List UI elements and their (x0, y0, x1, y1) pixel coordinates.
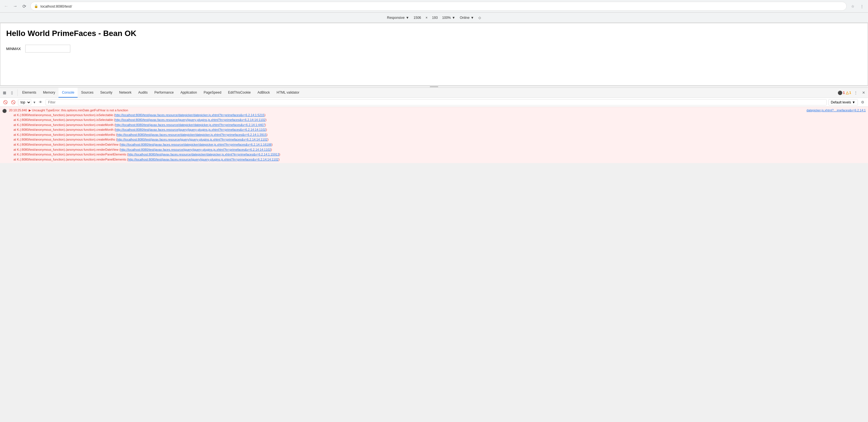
responsive-bar: Responsive ▼ 1506 × 193 100% ▼ Online ▼ … (0, 13, 868, 23)
stack-line-5: at K.(:8080/test/anonymous_function).(an… (9, 132, 866, 138)
page-title: Hello World PrimeFaces - Bean OK (6, 29, 862, 38)
filter-input[interactable] (45, 99, 827, 106)
viewport-width: 1506 (413, 16, 421, 20)
stack-line-7: at K.(:8080/test/anonymous_function).(an… (9, 142, 866, 147)
reload-button[interactable]: ⟳ (20, 2, 28, 10)
console-error-entry: ⚫ datepicker.js.xhtml?…imefaces&v=6.2.14… (0, 107, 868, 163)
devtools-tabs-list: Elements Memory Console Sources Security… (19, 88, 838, 97)
default-levels-button[interactable]: Default levels ▼ (828, 99, 858, 106)
console-settings-button[interactable]: ⚙ (860, 99, 866, 106)
clear-console-button[interactable]: 🚫 (2, 99, 8, 106)
error-main-line-container: datepicker.js.xhtml?…imefaces&v=6.2.14:1… (9, 108, 866, 113)
context-select[interactable]: top (18, 99, 31, 106)
warning-badge: △ 1 (846, 91, 851, 95)
tab-application[interactable]: Application (177, 88, 200, 97)
tab-pagespeed[interactable]: PageSpeed (200, 88, 225, 97)
viewport-height: 193 (432, 16, 438, 20)
stack-line-9: at K.(:8080/test/anonymous_function).(an… (9, 152, 866, 157)
tab-network[interactable]: Network (116, 88, 135, 97)
zoom-level[interactable]: 100% ▼ (442, 16, 455, 20)
browser-toolbar-icons: ☆ ⋮ (849, 2, 866, 10)
star-button[interactable]: ☆ (849, 2, 857, 10)
error-main-message: 20:10:25.840 ▶ Uncaught TypeError: this.… (9, 109, 128, 112)
devtools-tabs: ▦ ▯ Elements Memory Console Sources Secu… (0, 88, 868, 98)
tab-adblock[interactable]: AdBlock (254, 88, 273, 97)
tab-sources[interactable]: Sources (78, 88, 97, 97)
tab-performance[interactable]: Performance (151, 88, 177, 97)
stack-line-6: at K.(:8080/test/anonymous_function).(an… (9, 137, 866, 142)
tab-audits[interactable]: Audits (135, 88, 151, 97)
console-output: ⚫ datepicker.js.xhtml?…imefaces&v=6.2.14… (0, 107, 868, 163)
stack-line-4: at K.(:8080/test/anonymous_function).(an… (9, 127, 866, 132)
online-status[interactable]: Online ▼ (460, 16, 474, 20)
minmax-input[interactable] (25, 45, 70, 53)
stack-line-1: at K.(:8080/test/anonymous_function).(an… (9, 113, 866, 118)
back-button[interactable]: ← (2, 2, 10, 10)
error-right-link[interactable]: datepicker.js.xhtml?…imefaces&v=6.2.14:1 (806, 108, 866, 113)
devtools-tab-right: ⚫ 1 △ 1 ⋮ ✕ (838, 89, 867, 96)
block-icon-button[interactable]: 🚫 (10, 99, 16, 106)
form-row: MINMAX (6, 45, 862, 53)
devtools-panel: ▦ ▯ Elements Memory Console Sources Secu… (0, 87, 868, 163)
tab-elements[interactable]: Elements (19, 88, 40, 97)
tab-html-validator[interactable]: HTML validator (273, 88, 303, 97)
nav-buttons: ← → ⟳ (2, 2, 28, 10)
devtools-tab-icons: ▦ ▯ (1, 89, 18, 96)
devtools-more-button[interactable]: ⋮ (852, 89, 859, 96)
preview-area: Hello World PrimeFaces - Bean OK MINMAX (0, 23, 868, 86)
devtools-close-button[interactable]: ✕ (860, 89, 867, 96)
lock-icon: 🔒 (34, 4, 38, 8)
stack-line-8: at K.(:8080/test/anonymous_function).(an… (9, 147, 866, 152)
viewport-x: × (426, 16, 428, 20)
browser-toolbar: ← → ⟳ 🔒 localhost:8080/test/ ☆ ⋮ (0, 0, 868, 12)
preview-frame: Hello World PrimeFaces - Bean OK MINMAX (1, 23, 867, 85)
more-button[interactable]: ⋮ (858, 2, 866, 10)
address-bar[interactable]: 🔒 localhost:8080/test/ (30, 2, 847, 11)
stack-line-10: at K.(:8080/test/anonymous_function).(an… (9, 157, 866, 162)
form-label: MINMAX (6, 47, 21, 51)
responsive-label[interactable]: Responsive ▼ (387, 16, 409, 20)
screenshot-icon[interactable]: ◇ (478, 16, 481, 20)
tab-editthiscookie[interactable]: EditThisCookie (225, 88, 254, 97)
error-circle-icon: ⚫ (2, 108, 7, 114)
tab-console[interactable]: Console (59, 88, 78, 97)
inspect-element-button[interactable]: ▦ (1, 89, 8, 96)
tab-memory[interactable]: Memory (40, 88, 59, 97)
url-text: localhost:8080/test/ (40, 4, 843, 8)
tab-security[interactable]: Security (97, 88, 116, 97)
console-toolbar: 🚫 🚫 top ▼ 👁 Default levels ▼ ⚙ (0, 98, 868, 107)
error-badge: ⚫ 1 (838, 91, 845, 95)
stack-line-3: at K.(:8080/test/anonymous_function).(an… (9, 123, 866, 128)
device-toggle-button[interactable]: ▯ (8, 89, 15, 96)
stack-line-2: at K.(:8080/test/anonymous_function).(an… (9, 118, 866, 123)
forward-button[interactable]: → (11, 2, 19, 10)
eye-button[interactable]: 👁 (38, 99, 44, 106)
dropdown-arrow: ▼ (33, 101, 36, 104)
